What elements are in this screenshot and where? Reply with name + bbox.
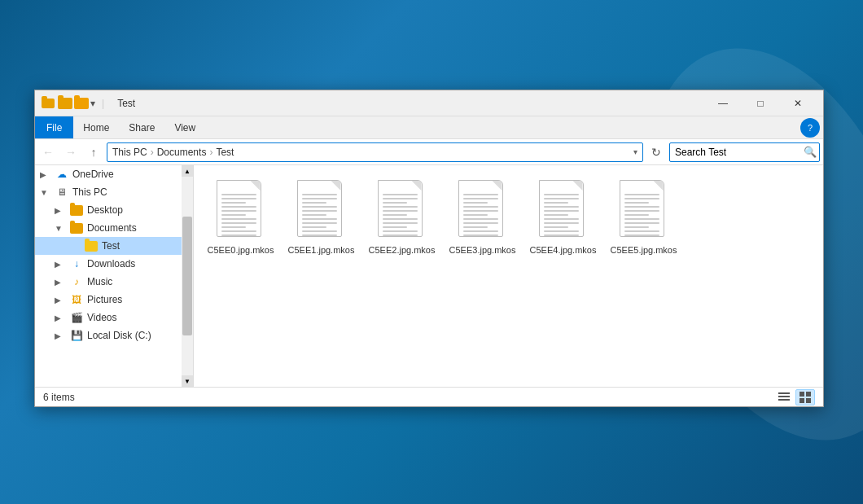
file-item-3[interactable]: C5EE3.jpg.mkos	[444, 173, 521, 262]
refresh-button[interactable]: ↻	[646, 142, 666, 162]
downloads-label: Downloads	[87, 258, 135, 270]
sidebar-item-documents[interactable]: ▼ Documents	[35, 219, 182, 237]
scrollbar-up-arrow[interactable]: ▲	[182, 165, 193, 177]
expand-arrow-pictures[interactable]: ▶	[55, 296, 66, 305]
doc-lines-4	[544, 194, 579, 237]
menu-view[interactable]: View	[164, 116, 205, 138]
expand-arrow-desktop[interactable]: ▶	[55, 206, 66, 215]
file-icon-0	[217, 180, 265, 241]
up-button[interactable]: ↑	[84, 142, 103, 162]
view-buttons	[774, 389, 815, 405]
doc-line	[221, 230, 256, 232]
window-icon	[42, 97, 55, 110]
file-icon-5	[620, 180, 668, 241]
sidebar-item-local-disk[interactable]: ▶ 💾 Local Disk (C:)	[35, 327, 182, 344]
menu-file[interactable]: File	[35, 116, 73, 138]
file-item-4[interactable]: C5EE4.jpg.mkos	[524, 173, 602, 262]
search-wrapper: 🔍	[669, 142, 820, 162]
expand-arrow-local-disk[interactable]: ▶	[55, 331, 66, 340]
doc-icon-1	[297, 180, 342, 237]
doc-lines-0	[221, 194, 256, 237]
sidebar-item-pictures[interactable]: ▶ 🖼 Pictures	[35, 291, 182, 309]
documents-icon	[69, 221, 84, 234]
expand-arrow-this-pc[interactable]: ▼	[40, 188, 51, 197]
doc-line	[221, 202, 246, 204]
minimize-button[interactable]: —	[704, 90, 742, 116]
onedrive-label: OneDrive	[72, 169, 114, 180]
doc-line	[221, 214, 246, 216]
scrollbar-thumb[interactable]	[182, 217, 192, 335]
search-input[interactable]	[669, 142, 820, 162]
sidebar-item-downloads[interactable]: ▶ ↓ Downloads	[35, 255, 182, 273]
file-icon-2	[378, 180, 427, 241]
file-name-1: C5EE1.jpg.mkos	[288, 244, 355, 256]
details-view-button[interactable]	[774, 389, 794, 405]
sidebar-item-videos[interactable]: ▶ 🎬 Videos	[35, 309, 182, 327]
sidebar-item-onedrive[interactable]: ▶ ☁ OneDrive	[35, 165, 182, 183]
file-item-2[interactable]: C5EE2.jpg.mkos	[363, 173, 440, 262]
doc-icon-3	[458, 180, 503, 237]
pictures-icon: 🖼	[69, 293, 84, 306]
breadcrumb-documents[interactable]: Documents	[157, 147, 207, 158]
status-bar: 6 items	[35, 387, 823, 406]
file-icon-1	[297, 180, 346, 241]
forward-button[interactable]: →	[61, 142, 81, 162]
main-content: ▶ ☁ OneDrive ▼ 🖥 This PC ▶ Desktop	[35, 165, 823, 387]
sidebar-item-test[interactable]: ▶ Test	[35, 237, 182, 255]
desktop-icon	[69, 204, 84, 217]
this-pc-icon: 🖥	[55, 186, 69, 199]
doc-line	[221, 234, 256, 236]
sidebar-item-this-pc[interactable]: ▼ 🖥 This PC	[35, 183, 182, 201]
file-name-3: C5EE3.jpg.mkos	[449, 244, 516, 256]
test-folder-icon	[84, 239, 99, 252]
file-explorer-window: ▾ | Test — □ ✕ File Home Share View ? ← …	[34, 90, 824, 407]
expand-arrow-music[interactable]: ▶	[55, 278, 66, 287]
maximize-button[interactable]: □	[742, 90, 779, 116]
file-item-0[interactable]: C5EE0.jpg.mkos	[202, 173, 279, 262]
videos-label: Videos	[87, 312, 116, 323]
quick-access-icon2	[74, 98, 89, 109]
sidebar-item-music[interactable]: ▶ ♪ Music	[35, 273, 182, 291]
back-button[interactable]: ←	[38, 142, 58, 162]
sidebar: ▶ ☁ OneDrive ▼ 🖥 This PC ▶ Desktop	[35, 165, 194, 387]
music-icon: ♪	[69, 275, 84, 288]
menu-home[interactable]: Home	[73, 116, 119, 138]
folder-title-icon	[42, 99, 55, 108]
breadcrumb: This PC › Documents › Test ▾	[107, 142, 643, 162]
quick-access-icon1	[58, 98, 72, 109]
svg-rect-5	[799, 398, 804, 403]
svg-rect-0	[778, 392, 790, 394]
expand-arrow-videos[interactable]: ▶	[55, 313, 66, 322]
file-view: C5EE0.jpg.mkos	[194, 165, 823, 387]
window-title: Test	[114, 98, 704, 109]
doc-line	[221, 226, 246, 228]
doc-icon-5	[620, 180, 664, 237]
breadcrumb-test[interactable]: Test	[216, 147, 234, 158]
search-icon[interactable]: 🔍	[804, 146, 817, 158]
menu-bar: File Home Share View ?	[35, 116, 823, 139]
close-button[interactable]: ✕	[779, 90, 817, 116]
quick-access-dropdown[interactable]: ▾	[90, 98, 95, 109]
menu-share[interactable]: Share	[119, 116, 164, 138]
sidebar-item-desktop[interactable]: ▶ Desktop	[35, 201, 182, 219]
desktop-label: Desktop	[87, 204, 123, 216]
file-item-5[interactable]: C5EE5.jpg.mkos	[605, 173, 682, 262]
scrollbar-track	[182, 177, 193, 375]
file-name-2: C5EE2.jpg.mkos	[369, 244, 436, 256]
scrollbar-down-arrow[interactable]: ▼	[182, 375, 193, 387]
expand-arrow-documents[interactable]: ▼	[55, 224, 66, 233]
svg-rect-4	[806, 392, 811, 397]
large-icons-view-button[interactable]	[795, 389, 815, 405]
local-disk-icon: 💾	[69, 329, 84, 342]
breadcrumb-this-pc[interactable]: This PC	[112, 147, 147, 158]
menu-help[interactable]: ?	[800, 118, 820, 138]
expand-arrow-downloads[interactable]: ▶	[55, 260, 66, 269]
file-item-1[interactable]: C5EE1.jpg.mkos	[283, 173, 360, 262]
documents-label: Documents	[87, 222, 137, 234]
doc-line	[221, 198, 256, 199]
expand-arrow-onedrive[interactable]: ▶	[40, 170, 51, 179]
doc-lines-1	[302, 194, 337, 237]
doc-icon-2	[378, 180, 423, 237]
pictures-label: Pictures	[87, 294, 122, 305]
breadcrumb-dropdown-arrow[interactable]: ▾	[633, 147, 637, 156]
